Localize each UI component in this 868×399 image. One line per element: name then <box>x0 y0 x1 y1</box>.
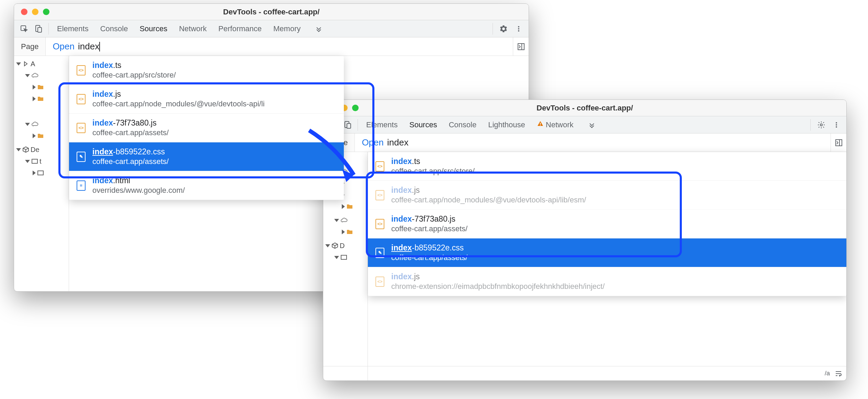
tree-row[interactable] <box>323 251 368 263</box>
warning-icon <box>537 120 544 127</box>
tree-row[interactable]: D <box>323 240 368 251</box>
svg-point-14 <box>820 124 822 126</box>
tree-row[interactable] <box>14 118 69 130</box>
result-name: index-b859522e.css <box>391 243 467 253</box>
tab-console[interactable]: Console <box>100 21 128 37</box>
right-tools <box>491 22 525 35</box>
kebab-menu-icon[interactable] <box>512 22 525 35</box>
devtools-window-2: DevTools - coffee-cart.app/ Elements Sou… <box>323 99 847 381</box>
maximize-window-icon[interactable] <box>352 105 359 111</box>
svg-rect-18 <box>836 140 842 146</box>
toolbar: Elements Console Sources Network Perform… <box>14 20 529 37</box>
tree-row[interactable] <box>14 130 69 142</box>
svg-point-17 <box>836 126 837 128</box>
svg-point-4 <box>518 28 519 30</box>
body-row: A D <> index.ts coffee-cart.app/src/stor… <box>323 152 846 380</box>
file-results-dropdown: <> index.ts coffee-cart.app/src/store/ <… <box>368 152 846 296</box>
tab-sources[interactable]: Sources <box>409 117 437 133</box>
cmd-open-label: Open <box>53 41 75 52</box>
result-path: chrome-extension://eimadpbcbfnmbkopoojfe… <box>391 282 605 291</box>
tree-row[interactable] <box>14 167 69 179</box>
file-icon: ≡ <box>77 180 86 191</box>
svg-rect-19 <box>341 255 347 259</box>
tab-network[interactable]: Network <box>537 117 574 133</box>
status-text: /a <box>825 370 830 377</box>
tab-elements[interactable]: Elements <box>366 117 398 133</box>
svg-point-3 <box>518 26 519 27</box>
result-name: index-73f73a80.js <box>92 118 169 128</box>
result-name: index-73f73a80.js <box>391 214 467 224</box>
more-tabs-icon[interactable] <box>312 22 325 35</box>
svg-rect-6 <box>518 44 524 50</box>
file-icon: <> <box>375 277 384 287</box>
divider <box>810 119 811 131</box>
result-item-selected[interactable]: ✎ index-b859522e.css coffee-cart.app/ass… <box>69 142 344 171</box>
result-path: coffee-cart.app/src/store/ <box>92 71 176 80</box>
device-toggle-icon[interactable] <box>32 22 45 35</box>
command-input[interactable]: Open index <box>355 133 831 152</box>
file-icon: <> <box>375 190 384 200</box>
wrap-icon[interactable] <box>835 370 842 377</box>
tree-row[interactable] <box>323 226 368 238</box>
secondary-bar: Page Open index <box>14 37 529 56</box>
file-icon: ✎ <box>375 248 384 258</box>
tree-row[interactable] <box>14 81 69 93</box>
result-path: overrides/www.google.com/ <box>92 186 185 195</box>
more-tabs-icon[interactable] <box>585 118 598 131</box>
tab-elements[interactable]: Elements <box>57 21 89 37</box>
result-item[interactable]: <> index.js coffee-cart.app/node_modules… <box>69 85 344 114</box>
result-item[interactable]: <> index.ts coffee-cart.app/src/store/ <box>69 56 344 85</box>
result-item[interactable]: <> index.js chrome-extension://eimadpbcb… <box>368 267 846 296</box>
collapse-pane-icon[interactable] <box>831 133 846 152</box>
tab-network[interactable]: Network <box>179 21 207 37</box>
tab-lighthouse[interactable]: Lighthouse <box>488 117 525 133</box>
tree-row[interactable] <box>323 214 368 226</box>
collapse-pane-icon[interactable] <box>513 37 529 56</box>
close-window-icon[interactable] <box>21 9 27 15</box>
file-icon: <> <box>375 161 384 172</box>
tab-console[interactable]: Console <box>449 117 476 133</box>
svg-rect-11 <box>347 124 351 128</box>
tree-row[interactable]: De <box>14 144 69 155</box>
file-icon: <> <box>77 123 86 133</box>
cmd-open-label: Open <box>362 137 384 148</box>
tab-sources[interactable]: Sources <box>139 21 167 37</box>
tree-row[interactable]: t <box>14 155 69 167</box>
kebab-menu-icon[interactable] <box>830 118 843 131</box>
result-path: coffee-cart.app/node_modules/@vue/devtoo… <box>92 99 264 108</box>
result-path: coffee-cart.app/assets/ <box>391 224 467 233</box>
result-path: coffee-cart.app/src/store/ <box>391 167 475 176</box>
status-bar: /a <box>323 366 846 380</box>
tree-row[interactable] <box>14 93 69 105</box>
svg-point-5 <box>518 30 519 32</box>
window-title: DevTools - coffee-cart.app/ <box>323 104 846 113</box>
settings-icon[interactable] <box>497 22 510 35</box>
tree-row[interactable] <box>323 201 368 212</box>
secondary-bar: Page Open index <box>323 133 846 152</box>
result-item[interactable]: <> index-73f73a80.js coffee-cart.app/ass… <box>69 114 344 142</box>
page-tab[interactable]: Page <box>14 37 46 56</box>
command-input[interactable]: Open index <box>46 37 513 56</box>
settings-icon[interactable] <box>815 118 828 131</box>
file-icon: <> <box>375 219 384 229</box>
minimize-window-icon[interactable] <box>32 9 38 15</box>
result-item[interactable]: <> index.ts coffee-cart.app/src/store/ <box>368 152 846 181</box>
tree-row[interactable] <box>14 70 69 81</box>
result-item[interactable]: <> index.js coffee-cart.app/node_modules… <box>368 181 846 210</box>
result-item-selected[interactable]: ✎ index-b859522e.css coffee-cart.app/ass… <box>368 238 846 267</box>
result-item[interactable]: <> index-73f73a80.js coffee-cart.app/ass… <box>368 210 846 238</box>
svg-rect-12 <box>540 123 541 125</box>
result-item[interactable]: ≡ index.html overrides/www.google.com/ <box>69 171 344 200</box>
tree-row[interactable]: A <box>14 58 69 70</box>
titlebar: DevTools - coffee-cart.app/ <box>323 100 846 116</box>
inspect-icon[interactable] <box>18 22 31 35</box>
file-icon: ✎ <box>77 152 86 162</box>
maximize-window-icon[interactable] <box>43 9 49 15</box>
svg-rect-7 <box>32 159 37 163</box>
result-name: index-b859522e.css <box>92 147 169 156</box>
text-cursor <box>99 42 100 51</box>
cmd-query-text: index <box>387 137 408 148</box>
tab-memory[interactable]: Memory <box>273 21 301 37</box>
tab-performance[interactable]: Performance <box>218 21 262 37</box>
divider <box>358 119 358 131</box>
